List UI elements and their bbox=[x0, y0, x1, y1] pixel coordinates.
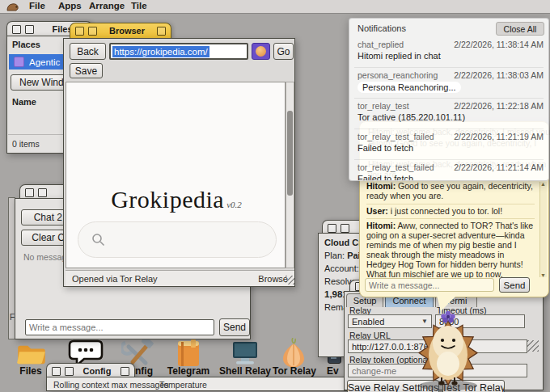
window-button-icon[interactable] bbox=[121, 367, 129, 376]
menu-apps[interactable]: Apps bbox=[58, 1, 82, 11]
empty-chat-text: No messag bbox=[23, 252, 66, 262]
notifications-header: Notifications bbox=[358, 23, 406, 33]
notification-item[interactable]: persona_reanchoring2/22/2026, 11:38:03 A… bbox=[358, 70, 544, 93]
onion-icon bbox=[256, 46, 266, 57]
browser-viewport: Grokipedia v0.2 bbox=[66, 82, 286, 268]
notification-item[interactable]: tor_relay_test2/22/2026, 11:22:18 AM Tor… bbox=[358, 101, 544, 122]
chat-scrollbar[interactable]: ▲ ▼ bbox=[539, 182, 547, 277]
window-button-icon[interactable] bbox=[25, 188, 34, 197]
menu-file[interactable]: File bbox=[29, 1, 45, 11]
window-button-icon[interactable] bbox=[341, 224, 349, 233]
resize-grip[interactable] bbox=[527, 340, 539, 352]
shell-relay-icon[interactable] bbox=[230, 340, 260, 366]
shell-relay-icon-label[interactable]: Shell Relay bbox=[218, 365, 272, 377]
window-button-icon[interactable] bbox=[12, 25, 21, 34]
menu-bar: File Apps Arrange Tile bbox=[0, 0, 550, 14]
browser-scrollbar[interactable] bbox=[286, 82, 294, 268]
divider bbox=[366, 204, 535, 204]
window-button-icon[interactable] bbox=[75, 27, 84, 36]
config-window: Rolling context max messages Temperature bbox=[46, 377, 370, 391]
notification-item[interactable]: chat_replied2/22/2026, 11:38:14 AM Hitom… bbox=[358, 40, 544, 61]
grokipedia-version: v0.2 bbox=[226, 200, 242, 209]
config-field-label: Rolling context max messages bbox=[53, 380, 168, 390]
onion-button[interactable] bbox=[252, 43, 270, 60]
close-all-button[interactable]: Close All bbox=[496, 22, 544, 36]
places-header: Places bbox=[12, 40, 40, 49]
place-icon bbox=[14, 57, 24, 67]
search-icon bbox=[91, 233, 105, 247]
save-button[interactable]: Save bbox=[70, 63, 103, 78]
hedgehog-mascot[interactable] bbox=[415, 310, 481, 391]
chat-message: User: i just connected you to tor. lol! bbox=[366, 207, 535, 217]
notifications-panel: Notifications Close All chat_replied2/22… bbox=[349, 18, 549, 181]
chat-message: Hitomi: Good to see you again, decentric… bbox=[366, 182, 535, 201]
status-right-text: Browse bbox=[258, 274, 288, 284]
grokipedia-heading: Grokipedia v0.2 bbox=[66, 186, 286, 220]
window-button-icon[interactable] bbox=[328, 224, 336, 233]
grokipedia-search-input[interactable] bbox=[78, 221, 277, 258]
files-folder-icon[interactable] bbox=[16, 343, 47, 365]
desktop: Files Config Telegram Shell Relay Tor Re… bbox=[0, 0, 550, 392]
browser-window: Back https://grokipedia.com/ Go Save Gro… bbox=[63, 38, 295, 287]
divider bbox=[354, 67, 544, 68]
window-button-icon[interactable] bbox=[52, 367, 61, 376]
grokipedia-title: Grokipedia bbox=[111, 186, 224, 213]
browser-statusbar: Opened via Tor Relay Browse bbox=[66, 270, 294, 286]
url-input[interactable]: https://grokipedia.com/ bbox=[109, 43, 248, 60]
config-field-label: Temperature bbox=[159, 380, 207, 390]
name-column-header[interactable]: Name bbox=[12, 97, 36, 107]
divider bbox=[354, 98, 544, 99]
hitomi-message-input[interactable] bbox=[365, 278, 494, 292]
menu-tile[interactable]: Tile bbox=[131, 1, 147, 11]
notification-item[interactable]: tor_relay_test_failed2/22/2026, 11:21:19… bbox=[358, 132, 544, 153]
divider bbox=[366, 218, 535, 219]
relay-enabled-value: Enabled bbox=[352, 317, 384, 327]
scrollbar-thumb[interactable] bbox=[287, 111, 293, 196]
scroll-down-icon[interactable]: ▼ bbox=[540, 272, 546, 278]
status-left-text: Opened via Tor Relay bbox=[72, 274, 158, 284]
scroll-up-icon[interactable]: ▲ bbox=[540, 181, 546, 187]
bubble-tail bbox=[437, 296, 456, 311]
notification-item[interactable]: tor_relay_test_failed2/22/2026, 11:21:14… bbox=[358, 162, 544, 181]
browser-window-title: Browser bbox=[101, 26, 153, 36]
telegram-icon[interactable] bbox=[175, 339, 202, 368]
window-button-icon[interactable] bbox=[25, 25, 34, 34]
config-window-title: Config bbox=[78, 366, 116, 376]
resize-grip[interactable] bbox=[286, 276, 294, 285]
hedgehog-menu-icon[interactable] bbox=[6, 2, 19, 12]
window-button-icon[interactable] bbox=[157, 27, 166, 36]
divider bbox=[354, 129, 544, 129]
tor-relay-icon-label[interactable]: Tor Relay bbox=[270, 365, 319, 377]
window-button-icon[interactable] bbox=[38, 188, 47, 197]
back-button[interactable]: Back bbox=[70, 43, 106, 60]
go-button[interactable]: Go bbox=[273, 43, 294, 60]
divider bbox=[354, 159, 544, 160]
telegram-icon-label[interactable]: Telegram bbox=[163, 365, 214, 377]
window-button-icon[interactable] bbox=[88, 27, 97, 36]
menu-arrange[interactable]: Arrange bbox=[89, 1, 125, 11]
chat2-message-input[interactable] bbox=[25, 319, 214, 335]
tor-relay-onion-icon[interactable] bbox=[280, 338, 307, 369]
hitomi-send-button[interactable]: Send bbox=[499, 277, 530, 293]
chat2-send-button[interactable]: Send bbox=[219, 318, 250, 336]
window-button-icon[interactable] bbox=[65, 367, 74, 376]
files-status-text: 0 items bbox=[12, 139, 40, 149]
url-selected-text: https://grokipedia.com/ bbox=[112, 46, 209, 57]
browser-window-titlebar[interactable]: Browser bbox=[70, 23, 171, 38]
